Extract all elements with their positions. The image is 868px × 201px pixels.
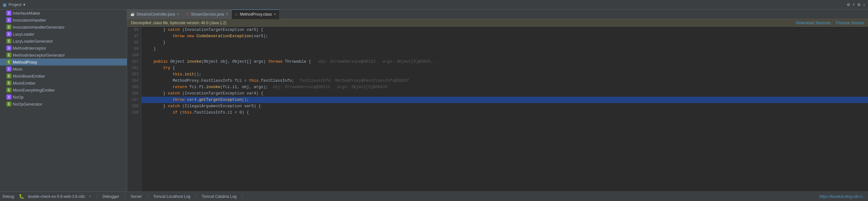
sidebar: I InterfaceMaker I InvocationHandler C I… (0, 9, 127, 192)
info-bar-links: Download Sources Choose Source (796, 20, 864, 25)
line-num-99: 99 (130, 46, 138, 52)
code-line-98: } (142, 39, 868, 46)
code-line-99: } (142, 46, 868, 52)
class-icon: C (6, 74, 11, 79)
code-line-104: MethodProxy.FastClassInfo fci = this.fas… (142, 78, 868, 84)
separator2: | (124, 194, 126, 199)
line-num-103: 103 (130, 71, 138, 78)
line-num-108: 108 (130, 103, 138, 109)
run-config-label[interactable]: double-check-es-5.6-web-3.6-citic (28, 194, 85, 199)
sidebar-item-label: Mixin (13, 67, 22, 71)
sidebar-item-label: MixinBeanEmitter (13, 74, 45, 79)
tomcat-localhost-tab[interactable]: Tomcat Localhost Log (153, 194, 190, 199)
settings-icon[interactable]: ⚙ (847, 2, 849, 7)
debug-run-icon: 🐛 (19, 194, 24, 199)
sidebar-item-mixinemitter[interactable]: C MixinEmitter (0, 80, 127, 87)
sidebar-item-label: MixinEverythingEmitter (13, 88, 55, 92)
sidebar-item-methodinterceptorgenerator[interactable]: C MethodInterceptorGenerator (0, 52, 127, 59)
sidebar-item-methodinterceptor[interactable]: I MethodInterceptor (0, 45, 127, 52)
code-content: } catch (InvocationTargetException var5)… (142, 27, 868, 192)
sidebar-item-label: InterfaceMaker (13, 11, 40, 16)
line-num-100: 100 (130, 52, 138, 59)
sidebar-item-invocationhandler[interactable]: I InvocationHandler (0, 17, 127, 24)
code-editor: 96 97 98 99 100 101 102 103 104 105 106 … (127, 27, 868, 192)
debugger-tab[interactable]: Debugger (102, 194, 119, 199)
blog-url[interactable]: https://lixuekai.blog.cdn.n... (819, 194, 865, 199)
sidebar-item-invocationhandlergenerator[interactable]: C InvocationHandlerGenerator (0, 24, 127, 31)
sidebar-item-noop[interactable]: I NoOp (0, 93, 127, 100)
choose-source-link[interactable]: Choose Source (836, 20, 864, 25)
sidebar-item-label: LazyLoaderGenerator (13, 39, 53, 44)
interface-icon: I (6, 10, 11, 16)
separator3: | (146, 194, 149, 199)
class-icon: C (6, 59, 11, 64)
code-line-107: throw var4.getTargetException(); (142, 97, 868, 103)
class-file-icon: ⬡ (235, 12, 238, 17)
interface-icon: I (6, 46, 11, 51)
tab-streamscontroller[interactable]: ☕ StreamsController.java ✕ (127, 9, 183, 19)
code-line-109: if (this.fastClassInfo.i1 < 0) { (142, 109, 868, 116)
sync-icon[interactable]: ⚡ (852, 2, 855, 7)
line-num-109: 109 (130, 109, 138, 116)
tab-label: StreamService.java (191, 12, 224, 17)
tab-close-icon[interactable]: ✕ (273, 12, 276, 17)
interface-icon: I (6, 66, 11, 71)
line-num-104: 104 (130, 78, 138, 84)
debug-label: Debug: (3, 194, 15, 199)
sidebar-item-label: InvocationHandlerGenerator (13, 25, 65, 30)
tab-methodproxy[interactable]: ⬡ MethodProxy.class ✕ (232, 9, 279, 19)
sidebar-item-lazyloader[interactable]: I LazyLoader (0, 31, 127, 37)
class-icon: C (6, 38, 11, 44)
sidebar-item-mixin[interactable]: I Mixin (0, 65, 127, 73)
download-sources-link[interactable]: Download Sources (796, 20, 831, 25)
line-num-96: 96 (130, 27, 138, 33)
sidebar-item-mixinbeanemitter[interactable]: C MixinBeanEmitter (0, 73, 127, 80)
line-num-106: 106 (130, 90, 138, 97)
sidebar-item-label: MethodProxy (13, 60, 37, 64)
line-num-101: 101 (130, 59, 138, 65)
tab-streamservice[interactable]: ⬡ StreamService.java ✕ (183, 9, 232, 19)
separator4: | (195, 194, 197, 199)
title-bar-tools: ⚙ ⚡ ⚙ ↕ (847, 2, 865, 7)
sidebar-item-mixineverythingemitter[interactable]: C MixinEverythingEmitter (0, 87, 127, 93)
java-file-icon: ☕ (130, 12, 135, 16)
sidebar-item-label: InvocationHandler (13, 18, 46, 23)
sidebar-item-label: NoOpGenerator (13, 102, 42, 107)
tab-label: MethodProxy.class (240, 12, 272, 17)
info-bar-text: Decompiled .class file, bytecode version… (131, 21, 226, 25)
code-line-101: ▾ public Object invoke(Object obj, Objec… (142, 59, 868, 65)
java-file-icon: ⬡ (186, 12, 189, 16)
editor-area: ☕ StreamsController.java ✕ ⬡ StreamServi… (127, 9, 868, 192)
project-label: Project (8, 2, 21, 7)
code-line-100 (142, 52, 868, 59)
class-icon: C (6, 87, 11, 92)
interface-icon: I (6, 18, 11, 23)
sidebar-item-interfacemaker[interactable]: I InterfaceMaker (0, 9, 127, 17)
line-num-107: 107 (130, 97, 138, 103)
tab-close-icon[interactable]: ✕ (177, 12, 179, 16)
tomcat-catalina-tab[interactable]: Tomcat Catalina Log (202, 194, 236, 199)
line-num-105: 105 (130, 84, 138, 90)
project-icon: ▣ (3, 2, 7, 7)
line-num-97: 97 (130, 33, 138, 39)
code-line-106: } catch (InvocationTargetException var4)… (142, 90, 868, 97)
sidebar-item-label: LazyLoader (13, 32, 34, 36)
tab-bar: ☕ StreamsController.java ✕ ⬡ StreamServi… (127, 9, 868, 19)
class-icon: C (6, 102, 11, 107)
project-dropdown-icon[interactable]: ▾ (23, 2, 25, 7)
sidebar-item-noopgenerator[interactable]: C NoOpGenerator (0, 100, 127, 108)
interface-icon: I (6, 94, 11, 99)
sidebar-item-label: MethodInterceptorGenerator (13, 53, 65, 58)
tab-close-icon[interactable]: ✕ (225, 12, 228, 16)
sidebar-item-lazyloadergenerator[interactable]: C LazyLoaderGenerator (0, 37, 127, 45)
layout-icon[interactable]: ↕ (863, 2, 865, 7)
line-numbers: 96 97 98 99 100 101 102 103 104 105 106 … (127, 27, 142, 192)
line-num-98: 98 (130, 39, 138, 46)
server-tab[interactable]: Server (131, 194, 142, 199)
code-line-108: } catch (IllegalArgumentException var5) … (142, 103, 868, 109)
sidebar-item-methodproxy[interactable]: C MethodProxy (0, 59, 127, 65)
separator5: | (241, 194, 244, 199)
gear-icon[interactable]: ⚙ (858, 2, 860, 7)
run-config-close[interactable]: ✕ (89, 194, 91, 198)
code-line-97: throw new CodeGenerationException(var5); (142, 33, 868, 39)
